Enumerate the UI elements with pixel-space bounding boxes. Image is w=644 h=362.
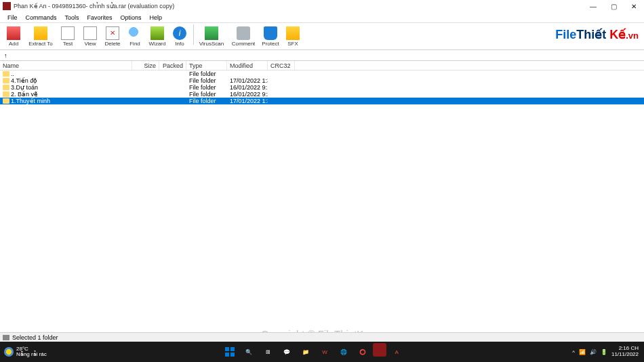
menu-help[interactable]: Help (146, 14, 166, 21)
menu-bar: File Commands Tools Favorites Options He… (0, 12, 644, 23)
battery-icon[interactable]: 🔋 (601, 349, 607, 355)
view-icon (83, 26, 97, 40)
col-header-type[interactable]: Type (186, 61, 227, 70)
clock[interactable]: 2:16 CH 11/11/2022 (611, 346, 639, 358)
folder-row[interactable]: 1.Thuyết minhFile folder17/01/2022 1:3..… (0, 98, 644, 104)
folder-row[interactable]: 4.Tiến độFile folder17/01/2022 1:3... (0, 77, 644, 84)
find-icon (128, 26, 142, 40)
toolbar-find-button[interactable]: Find (124, 24, 146, 49)
folder-icon (3, 71, 9, 77)
close-button[interactable]: ✕ (624, 0, 644, 12)
menu-tools[interactable]: Tools (62, 14, 83, 21)
col-header-packed[interactable]: Packed (159, 61, 186, 70)
toolbar-virusscan-button[interactable]: VirusScan (196, 24, 227, 49)
toolbar-view-button[interactable]: View (79, 24, 101, 49)
title-bar: Phan Kế An - 0949891360- chỉnh sửa.rar (… (0, 0, 644, 12)
toolbar-add-button[interactable]: Add (3, 24, 24, 49)
status-bar: Selected 1 folder (0, 332, 644, 342)
chat-icon[interactable]: 💬 (278, 343, 296, 361)
disk-icon (3, 335, 9, 340)
folder-icon (3, 85, 9, 90)
folder-row[interactable]: 3.Dự toánFile folder16/01/2022 9:1... (0, 84, 644, 91)
file-list[interactable]: ..File folder4.Tiến độFile folder17/01/2… (0, 71, 644, 334)
app-icon-1[interactable]: W (316, 343, 334, 361)
menu-commands[interactable]: Commands (22, 14, 60, 21)
weather-widget[interactable]: 28°C Nắng rải rác (0, 346, 54, 357)
svg-rect-3 (230, 353, 235, 357)
explorer-icon[interactable]: 📁 (297, 343, 315, 361)
volume-icon[interactable]: 🔊 (590, 349, 597, 355)
delete-icon (106, 26, 119, 40)
col-header-name[interactable]: Name (0, 61, 132, 70)
status-text: Selected 1 folder (12, 334, 58, 341)
weather-desc: Nắng rải rác (16, 352, 47, 357)
wizard-icon (150, 26, 164, 40)
address-bar[interactable]: ↑ (0, 50, 644, 61)
svg-rect-2 (225, 353, 229, 357)
edge-icon[interactable]: 🌐 (335, 343, 353, 361)
toolbar-test-button[interactable]: Test (57, 24, 79, 49)
chrome-icon[interactable]: ⭕ (354, 343, 371, 361)
extract-to-icon (34, 26, 47, 40)
toolbar-wizard-button[interactable]: Wizard (146, 24, 168, 49)
test-icon (61, 26, 75, 40)
app-icon-2[interactable]: A (388, 343, 405, 361)
window-controls: — ▢ ✕ (583, 0, 644, 12)
menu-file[interactable]: File (4, 14, 21, 21)
system-tray: ^ 📶 🔊 🔋 2:16 CH 11/11/2022 (572, 346, 644, 358)
toolbar-protect-button[interactable]: Protect (260, 24, 281, 49)
task-view-icon[interactable]: ⊞ (259, 343, 277, 361)
svg-rect-0 (225, 347, 229, 351)
svg-rect-1 (230, 347, 235, 351)
toolbar-comment-button[interactable]: Comment (228, 24, 259, 49)
winrar-icon[interactable] (373, 343, 386, 357)
col-header-crc32[interactable]: CRC32 (268, 61, 295, 70)
folder-icon (3, 98, 9, 104)
menu-options[interactable]: Options (117, 14, 145, 21)
window-title: Phan Kế An - 0949891360- chỉnh sửa.rar (… (14, 3, 583, 9)
parent-folder-row[interactable]: ..File folder (0, 71, 644, 77)
tray-chevron-icon[interactable]: ^ (572, 349, 575, 355)
folder-icon (3, 92, 9, 97)
sfx-icon (286, 26, 300, 40)
toolbar-extract-to-button[interactable]: Extract To (25, 24, 56, 49)
add-icon (7, 26, 20, 40)
comment-icon (237, 26, 250, 40)
toolbar-info-button[interactable]: iInfo (169, 24, 190, 49)
protect-icon (264, 26, 277, 40)
col-header-size[interactable]: Size (132, 61, 159, 70)
brand-logo: FileThiết Kế.vn (555, 27, 639, 42)
toolbar-sfx-button[interactable]: SFX (282, 24, 304, 49)
up-arrow-icon[interactable]: ↑ (4, 52, 12, 59)
weather-icon (4, 347, 14, 357)
virusscan-icon (205, 26, 218, 40)
toolbar: AddExtract ToTestViewDeleteFindWizardiIn… (0, 23, 644, 50)
column-headers: Name Size Packed Type Modified CRC32 (0, 61, 644, 71)
folder-icon (3, 78, 9, 83)
col-header-modified[interactable]: Modified (227, 61, 268, 70)
toolbar-delete-button[interactable]: Delete (102, 24, 123, 49)
maximize-button[interactable]: ▢ (603, 0, 624, 12)
search-icon[interactable]: 🔍 (240, 343, 258, 361)
app-icon (3, 2, 11, 10)
taskbar: 28°C Nắng rải rác 🔍 ⊞ 💬 📁 W 🌐 ⭕ A ^ 📶 🔊 … (0, 342, 644, 362)
info-icon: i (173, 26, 186, 40)
taskbar-center: 🔍 ⊞ 💬 📁 W 🌐 ⭕ A (54, 343, 572, 361)
menu-favorites[interactable]: Favorites (84, 14, 116, 21)
wifi-icon[interactable]: 📶 (579, 349, 586, 355)
folder-row[interactable]: 2. Bản vẽFile folder16/01/2022 9:2... (0, 91, 644, 98)
start-button[interactable] (221, 343, 239, 361)
minimize-button[interactable]: — (583, 0, 603, 12)
